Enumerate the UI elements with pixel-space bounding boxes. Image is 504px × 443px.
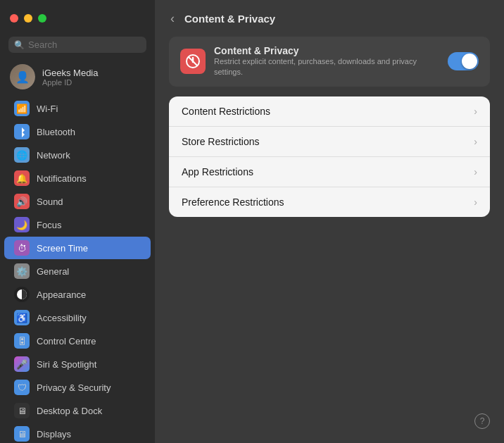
sidebar-item-bluetooth[interactable]: Bluetooth bbox=[4, 120, 151, 143]
minimize-button[interactable] bbox=[24, 14, 32, 23]
restrictions-card: Content Restrictions › Store Restriction… bbox=[169, 96, 490, 217]
page-title: Content & Privacy bbox=[184, 13, 275, 25]
avatar-image: 👤 bbox=[10, 64, 35, 89]
restriction-label-preference: Preference Restrictions bbox=[182, 196, 284, 208]
chevron-right-icon-content: › bbox=[474, 106, 477, 117]
cp-text: Content & Privacy Restrict explicit cont… bbox=[214, 45, 439, 78]
user-name: iGeeks Media bbox=[42, 68, 98, 78]
screen-time-icon: ⏱ bbox=[14, 240, 30, 256]
cp-left: Content & Privacy Restrict explicit cont… bbox=[180, 45, 439, 78]
sidebar-item-displays[interactable]: 🖥 Displays bbox=[4, 423, 151, 443]
restriction-item-preference[interactable]: Preference Restrictions › bbox=[169, 187, 490, 217]
control-centre-icon: 🎛 bbox=[14, 333, 30, 349]
network-icon: 🌐 bbox=[14, 147, 30, 163]
sidebar-label-screen-time: Screen Time bbox=[37, 243, 88, 254]
sidebar-label-bluetooth: Bluetooth bbox=[37, 127, 75, 137]
general-icon: ⚙️ bbox=[14, 263, 30, 279]
bluetooth-icon bbox=[14, 124, 30, 139]
siri-icon: 🎤 bbox=[14, 356, 30, 372]
sidebar-label-focus: Focus bbox=[37, 220, 61, 230]
privacy-icon: 🛡 bbox=[14, 380, 30, 395]
restriction-label-app: App Restrictions bbox=[182, 166, 253, 177]
back-button[interactable]: ‹ bbox=[166, 10, 179, 27]
notifications-icon: 🔔 bbox=[14, 170, 30, 186]
content-privacy-toggle[interactable] bbox=[448, 52, 479, 70]
main-titlebar: ‹ Content & Privacy bbox=[155, 0, 504, 37]
user-info: iGeeks Media Apple ID bbox=[42, 68, 98, 87]
sidebar-scroll: 📶 Wi-Fi Bluetooth 🌐 Network 🔔 Notificati… bbox=[0, 96, 155, 443]
desktop-dock-icon: 🖥 bbox=[14, 403, 30, 418]
restriction-label-store: Store Restrictions bbox=[182, 136, 259, 147]
sidebar-label-desktop-dock: Desktop & Dock bbox=[37, 406, 102, 416]
sidebar-label-network: Network bbox=[37, 150, 70, 161]
sidebar-item-privacy[interactable]: 🛡 Privacy & Security bbox=[4, 376, 151, 399]
restriction-label-content: Content Restrictions bbox=[182, 106, 270, 117]
chevron-right-icon-app: › bbox=[474, 166, 477, 177]
main-scroll-content: Content & Privacy Restrict explicit cont… bbox=[155, 37, 504, 443]
chevron-right-icon-preference: › bbox=[474, 196, 477, 208]
restriction-item-app[interactable]: App Restrictions › bbox=[169, 157, 490, 187]
toggle-knob bbox=[462, 54, 477, 69]
restriction-item-store[interactable]: Store Restrictions › bbox=[169, 127, 490, 157]
sidebar-label-appearance: Appearance bbox=[37, 289, 86, 300]
sidebar-label-siri: Siri & Spotlight bbox=[37, 359, 96, 370]
sidebar: 🔍 👤 iGeeks Media Apple ID 📶 Wi-Fi Blueto… bbox=[0, 0, 155, 443]
sidebar-label-control-centre: Control Centre bbox=[37, 336, 96, 347]
sidebar-item-sound[interactable]: 🔊 Sound bbox=[4, 190, 151, 213]
content-privacy-icon bbox=[180, 49, 206, 74]
sidebar-item-accessibility[interactable]: ♿ Accessibility bbox=[4, 306, 151, 329]
displays-icon: 🖥 bbox=[14, 426, 30, 442]
sidebar-label-privacy: Privacy & Security bbox=[37, 382, 111, 393]
sound-icon: 🔊 bbox=[14, 194, 30, 209]
appearance-icon bbox=[14, 287, 30, 302]
cp-subtitle: Restrict explicit content, purchases, do… bbox=[214, 56, 439, 78]
accessibility-icon: ♿ bbox=[14, 310, 30, 325]
main-content-area: ‹ Content & Privacy Content & Privacy bbox=[155, 0, 504, 443]
titlebar bbox=[0, 0, 155, 37]
close-button[interactable] bbox=[10, 14, 18, 23]
sidebar-item-control-centre[interactable]: 🎛 Control Centre bbox=[4, 330, 151, 352]
user-subtitle: Apple ID bbox=[42, 78, 98, 87]
help-button[interactable]: ? bbox=[474, 413, 490, 429]
avatar: 👤 bbox=[10, 64, 35, 89]
sidebar-item-notifications[interactable]: 🔔 Notifications bbox=[4, 167, 151, 189]
cp-title: Content & Privacy bbox=[214, 45, 439, 56]
sidebar-item-siri[interactable]: 🎤 Siri & Spotlight bbox=[4, 353, 151, 375]
sidebar-label-notifications: Notifications bbox=[37, 173, 87, 184]
user-profile[interactable]: 👤 iGeeks Media Apple ID bbox=[0, 60, 155, 96]
search-input[interactable] bbox=[28, 39, 141, 50]
sidebar-item-desktop-dock[interactable]: 🖥 Desktop & Dock bbox=[4, 399, 151, 422]
sidebar-item-screen-time[interactable]: ⏱ Screen Time bbox=[4, 237, 151, 259]
sidebar-label-sound: Sound bbox=[37, 196, 63, 207]
sidebar-item-general[interactable]: ⚙️ General bbox=[4, 260, 151, 282]
sidebar-label-wifi: Wi-Fi bbox=[37, 104, 58, 114]
sidebar-item-network[interactable]: 🌐 Network bbox=[4, 144, 151, 166]
sidebar-label-accessibility: Accessibility bbox=[37, 313, 87, 323]
chevron-right-icon-store: › bbox=[474, 136, 477, 147]
restriction-item-content[interactable]: Content Restrictions › bbox=[169, 96, 490, 127]
wifi-icon: 📶 bbox=[14, 101, 30, 116]
sidebar-label-displays: Displays bbox=[37, 429, 71, 439]
sidebar-label-general: General bbox=[37, 266, 69, 277]
maximize-button[interactable] bbox=[38, 14, 46, 23]
sidebar-item-appearance[interactable]: Appearance bbox=[4, 283, 151, 306]
main-panel: ‹ Content & Privacy Content & Privacy bbox=[155, 0, 504, 443]
sidebar-item-focus[interactable]: 🌙 Focus bbox=[4, 213, 151, 236]
content-privacy-row: Content & Privacy Restrict explicit cont… bbox=[169, 37, 490, 87]
sidebar-item-wifi[interactable]: 📶 Wi-Fi bbox=[4, 97, 151, 120]
search-bar[interactable]: 🔍 bbox=[8, 37, 146, 53]
focus-icon: 🌙 bbox=[14, 217, 30, 232]
search-icon: 🔍 bbox=[14, 40, 25, 50]
